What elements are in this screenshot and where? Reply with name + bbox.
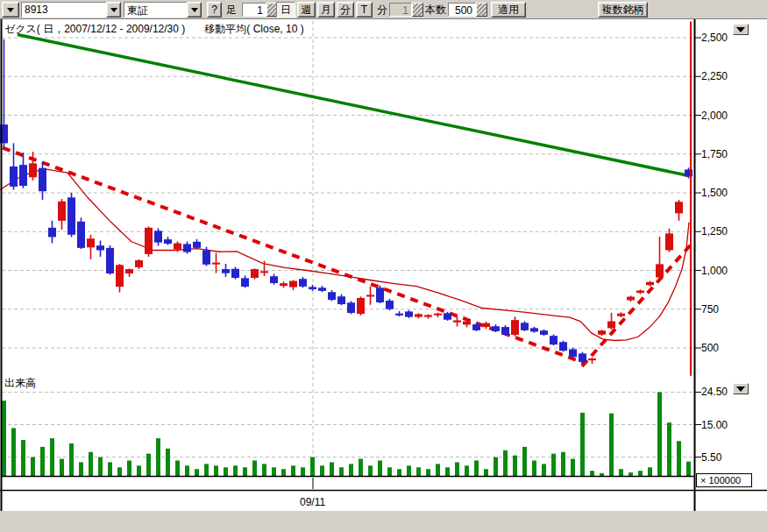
price-axis-label: 2,250 bbox=[701, 70, 754, 82]
volume-bar bbox=[609, 414, 614, 476]
volume-bar bbox=[156, 438, 160, 476]
dropdown-arrow-icon bbox=[191, 8, 198, 12]
candlestick bbox=[656, 264, 664, 277]
price-axis-label: 1,750 bbox=[701, 148, 754, 160]
candlestick bbox=[444, 313, 451, 319]
volume-bar bbox=[146, 454, 151, 476]
dropdown-arrow-icon bbox=[7, 8, 14, 12]
volume-bar bbox=[330, 462, 334, 476]
candlestick bbox=[376, 287, 384, 302]
volume-bar bbox=[513, 456, 517, 476]
volume-axis-label: 5.50 bbox=[701, 451, 754, 464]
volume-bar bbox=[474, 460, 479, 476]
volume-bar bbox=[445, 467, 450, 476]
candlestick bbox=[260, 271, 268, 273]
volume-bar bbox=[522, 447, 527, 476]
volume-bar bbox=[629, 472, 633, 476]
exchange-combo-arrow-button[interactable] bbox=[187, 2, 202, 18]
symbol-history-dropdown-button[interactable] bbox=[2, 2, 19, 18]
candlestick bbox=[492, 326, 500, 331]
candlestick bbox=[366, 294, 374, 296]
volume-bar bbox=[252, 460, 257, 476]
multi-symbol-button[interactable]: 複数銘柄 bbox=[598, 2, 648, 18]
volume-bar bbox=[580, 413, 585, 476]
spin-button[interactable] bbox=[476, 3, 487, 17]
symbol-combobox[interactable]: 8913 bbox=[21, 2, 121, 18]
price-axis-label: 500 bbox=[701, 342, 754, 354]
volume-bar bbox=[31, 458, 35, 476]
period-button-week[interactable]: 週 bbox=[297, 2, 316, 18]
candlestick bbox=[309, 287, 316, 289]
help-button[interactable]: ? bbox=[207, 2, 222, 18]
candlestick bbox=[627, 297, 635, 301]
candlestick bbox=[463, 322, 471, 325]
symbol-combo-arrow-button[interactable] bbox=[106, 2, 121, 18]
period-button-day[interactable]: 日 bbox=[276, 2, 295, 18]
volume-bar bbox=[224, 467, 228, 476]
candlestick bbox=[607, 322, 615, 329]
candlestick bbox=[675, 202, 683, 213]
dropdown-arrow-icon bbox=[110, 8, 117, 12]
volume-bar bbox=[465, 465, 469, 476]
volume-bar bbox=[50, 438, 54, 476]
minute-label: 分 bbox=[377, 4, 387, 16]
candlestick bbox=[58, 202, 66, 221]
candlestick bbox=[19, 165, 27, 186]
volume-bar bbox=[600, 473, 604, 476]
bars-spinbox[interactable]: 500 bbox=[448, 3, 487, 17]
volume-bar bbox=[503, 450, 508, 476]
candlestick bbox=[617, 314, 625, 316]
ma-indicator-label: 移動平均( Close, 10 ) bbox=[204, 23, 303, 35]
period-button-month[interactable]: 月 bbox=[317, 2, 335, 18]
bars-label: 本数 bbox=[425, 4, 446, 16]
volume-bar bbox=[204, 464, 209, 476]
exchange-value[interactable]: 東証 bbox=[124, 2, 187, 18]
period-button-tick[interactable]: T bbox=[356, 2, 373, 18]
bars-input[interactable]: 500 bbox=[448, 3, 476, 17]
volume-bar bbox=[301, 467, 305, 476]
price-axis-label: 1,250 bbox=[701, 225, 754, 238]
resistance-line bbox=[18, 34, 689, 175]
volume-bar bbox=[359, 459, 363, 477]
candlestick bbox=[579, 353, 586, 362]
candlestick bbox=[530, 328, 538, 331]
candlestick bbox=[231, 269, 239, 278]
price-axis-label: 1,000 bbox=[701, 265, 754, 277]
volume-bar bbox=[455, 462, 459, 476]
volume-bar bbox=[40, 447, 45, 476]
exchange-combobox[interactable]: 東証 bbox=[124, 2, 202, 18]
apply-button[interactable]: 適用 bbox=[491, 2, 526, 18]
candlestick bbox=[646, 282, 654, 286]
volume-bar bbox=[416, 467, 421, 476]
volume-bar bbox=[532, 460, 536, 476]
candlestick bbox=[212, 263, 220, 265]
period-button-minute[interactable]: 分 bbox=[337, 2, 354, 18]
chart-area: ゼクス( 日，2007/12/12 - 2009/12/30 )移動平均( Cl… bbox=[0, 19, 767, 511]
candlestick bbox=[550, 336, 557, 344]
candlestick bbox=[270, 276, 278, 283]
ashi-label: 足 bbox=[226, 4, 237, 16]
volume-bar bbox=[79, 462, 83, 476]
candlestick bbox=[77, 222, 85, 248]
candlestick bbox=[386, 301, 394, 309]
volume-bar bbox=[233, 465, 238, 476]
volume-bar bbox=[339, 467, 344, 476]
volume-pane-label: 出来高 bbox=[4, 376, 36, 391]
volume-bar bbox=[310, 458, 315, 476]
candlestick bbox=[424, 315, 432, 316]
volume-multiplier-box: × 100000 bbox=[696, 473, 752, 487]
price-axis-label: 1,500 bbox=[701, 187, 754, 199]
candlestick bbox=[415, 314, 423, 316]
candlestick bbox=[598, 330, 606, 335]
candlestick bbox=[87, 238, 95, 247]
candlestick bbox=[299, 279, 307, 287]
candlestick bbox=[318, 287, 326, 291]
interval-spinbox[interactable]: 1 bbox=[242, 3, 278, 17]
candlestick bbox=[251, 269, 259, 278]
interval-input[interactable]: 1 bbox=[242, 3, 266, 17]
symbol-value[interactable]: 8913 bbox=[21, 2, 106, 18]
volume-axis-label: 24.50 bbox=[701, 386, 754, 398]
spin-button[interactable] bbox=[412, 3, 423, 17]
volume-bar bbox=[571, 459, 575, 477]
volume-bar bbox=[407, 465, 411, 476]
